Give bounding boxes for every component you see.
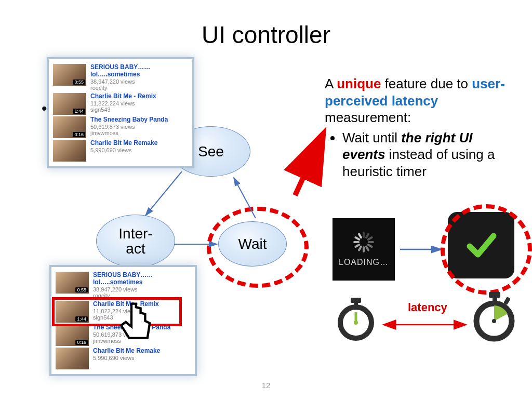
spinner-icon (353, 232, 374, 252)
pointer-cursor-icon (114, 300, 171, 363)
list-item: Charlie Bit Me Remake5,990,690 views (53, 140, 188, 162)
video-list-see: 0:55SERIOUS BABY……lol…..sometimes38,947,… (47, 57, 194, 168)
svg-line-3 (295, 136, 322, 195)
stopwatch-end-icon (470, 291, 518, 343)
stopwatch-start-icon (335, 297, 377, 342)
latency-label: latency (408, 301, 447, 314)
slide-title: UI controller (0, 21, 532, 49)
svg-line-0 (145, 171, 182, 216)
node-interact: Inter-act (96, 215, 175, 268)
list-item: 0:55SERIOUS BABY……lol…..sometimes38,947,… (56, 272, 191, 299)
list-item: 1:44Charlie Bit Me - Remix11,822,224 vie… (53, 93, 188, 115)
unique-feature-text: A unique feature due to user-perceived l… (325, 75, 514, 180)
list-item: 0:55SERIOUS BABY……lol…..sometimes38,947,… (53, 64, 188, 91)
svg-point-15 (492, 319, 496, 323)
list-item: 0:16The Sneezing Baby Panda50,619,873 vi… (53, 116, 188, 138)
wait-highlight-ellipse (207, 207, 309, 288)
complete-highlight-ellipse (441, 204, 532, 295)
loading-tile: LOADING… (332, 218, 395, 281)
page-number: 12 (0, 381, 532, 390)
